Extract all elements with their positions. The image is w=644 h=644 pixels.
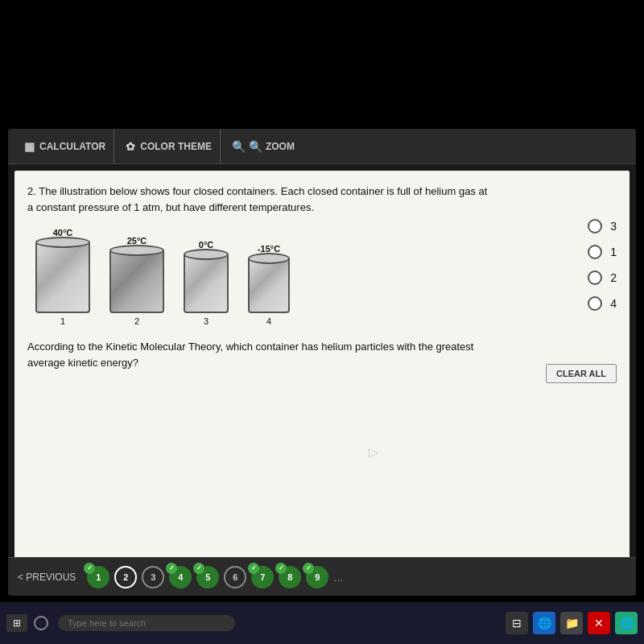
container-2-num: 2 — [134, 316, 139, 326]
cylinder-1 — [35, 241, 90, 313]
cylinder-3-top — [184, 249, 229, 260]
calculator-icon: ▦ — [24, 140, 35, 153]
radio-3[interactable] — [588, 219, 602, 233]
containers-row: 40°C 1 25°C 2 0°C — [35, 228, 617, 326]
nav-question-1[interactable]: ✓ 1 — [87, 566, 109, 588]
nav-check-4: ✓ — [166, 563, 177, 574]
screen: ▦ CALCULATOR ✿ COLOR THEME 🔍 🔍 ZOOM 2. T… — [8, 129, 636, 596]
color-theme-button[interactable]: ✿ COLOR THEME — [118, 129, 221, 163]
zoom-in-icon[interactable]: 🔍 — [249, 140, 262, 153]
taskbar-system-icons: ⊟ 🌐 📁 ✕ 🌐 — [506, 612, 638, 634]
nav-question-5[interactable]: ✓ 5 — [196, 566, 219, 588]
container-4: -15°C 4 — [248, 244, 290, 326]
answer-option-2[interactable]: 2 — [588, 270, 617, 285]
radio-2[interactable] — [588, 270, 602, 285]
zoom-label: ZOOM — [266, 141, 295, 152]
calculator-button[interactable]: ▦ CALCULATOR — [16, 129, 114, 163]
cylinder-4-top — [248, 253, 290, 264]
nav-question-4[interactable]: ✓ 4 — [169, 566, 192, 588]
container-1-num: 1 — [60, 316, 65, 326]
zoom-section: 🔍 🔍 ZOOM — [224, 135, 303, 158]
nav-check-5: ✓ — [193, 563, 204, 574]
question-text: 2. The illustration below shows four clo… — [27, 184, 494, 215]
answer-3-label: 3 — [610, 220, 617, 233]
nav-q-1-num: 1 — [96, 572, 101, 582]
calculator-label: CALCULATOR — [39, 141, 105, 152]
clear-all-button[interactable]: CLEAR ALL — [546, 364, 617, 383]
taskbar-icon-1[interactable]: ⊟ — [506, 612, 528, 634]
content-area: 2. The illustration below shows four clo… — [14, 171, 630, 589]
nav-ellipsis: ... — [333, 571, 343, 584]
nav-q-5-num: 5 — [205, 572, 210, 582]
previous-label: < PREVIOUS — [18, 572, 76, 583]
taskbar-search-input[interactable] — [58, 615, 235, 631]
nav-question-3[interactable]: 3 — [142, 566, 164, 588]
windows-start-button[interactable]: ⊞ — [6, 614, 27, 632]
zoom-out-icon[interactable]: 🔍 — [232, 140, 246, 153]
color-theme-label: COLOR THEME — [140, 141, 212, 152]
cursor-arrow: ▷ — [369, 444, 378, 460]
nav-q-8-num: 8 — [287, 572, 292, 582]
radio-1[interactable] — [588, 245, 602, 259]
color-theme-icon: ✿ — [126, 140, 135, 153]
cylinder-1-top — [35, 237, 90, 248]
toolbar: ▦ CALCULATOR ✿ COLOR THEME 🔍 🔍 ZOOM — [8, 129, 636, 164]
answer-2-label: 2 — [610, 271, 617, 284]
container-2: 25°C 2 — [109, 236, 164, 326]
cylinder-3 — [184, 253, 229, 313]
nav-check-9: ✓ — [303, 563, 314, 574]
nav-q-6-num: 6 — [233, 572, 237, 582]
bottom-question-text: According to the Kinetic Molecular Theor… — [27, 341, 473, 369]
nav-question-7[interactable]: ✓ 7 — [251, 566, 274, 588]
question-number: 2. — [27, 185, 39, 197]
cylinder-4 — [248, 257, 290, 313]
answer-options: 3 1 2 4 — [588, 219, 617, 311]
nav-check-1: ✓ — [84, 563, 95, 574]
container-4-num: 4 — [266, 316, 271, 326]
cylinder-2 — [109, 249, 164, 313]
container-1: 40°C 1 — [35, 228, 90, 326]
answer-option-4[interactable]: 4 — [588, 296, 617, 311]
cylinder-2-top — [109, 245, 164, 256]
nav-check-7: ✓ — [248, 563, 259, 574]
bottom-question: According to the Kinetic Molecular Theor… — [27, 339, 478, 370]
nav-q-9-num: 9 — [315, 572, 320, 582]
taskbar: ⊞ ⊟ 🌐 📁 ✕ 🌐 — [0, 602, 644, 644]
navigation-bar: < PREVIOUS ✓ 1 2 3 ✓ 4 ✓ 5 6 — [8, 557, 636, 596]
taskbar-icon-3[interactable]: 📁 — [560, 612, 583, 634]
taskbar-icon-5[interactable]: 🌐 — [615, 612, 638, 634]
answer-4-label: 4 — [610, 297, 617, 310]
nav-question-2[interactable]: 2 — [114, 566, 137, 588]
taskbar-search-icon — [34, 616, 48, 630]
nav-q-4-num: 4 — [178, 572, 183, 582]
container-3: 0°C 3 — [184, 240, 229, 326]
container-3-num: 3 — [204, 316, 208, 326]
answer-option-3[interactable]: 3 — [588, 219, 617, 233]
answer-option-1[interactable]: 1 — [588, 245, 617, 259]
nav-question-8[interactable]: ✓ 8 — [279, 566, 301, 588]
nav-question-9[interactable]: ✓ 9 — [306, 566, 328, 588]
nav-q-7-num: 7 — [260, 572, 265, 582]
radio-4[interactable] — [588, 296, 602, 311]
taskbar-icon-2[interactable]: 🌐 — [533, 612, 555, 634]
nav-q-3-num: 3 — [151, 572, 155, 582]
taskbar-icon-4[interactable]: ✕ — [588, 612, 610, 634]
nav-q-2-num: 2 — [123, 572, 128, 582]
question-body: The illustration below shows four closed… — [27, 185, 487, 213]
previous-button[interactable]: < PREVIOUS — [18, 572, 76, 583]
nav-question-6[interactable]: 6 — [224, 566, 246, 588]
nav-check-8: ✓ — [275, 563, 287, 574]
answer-1-label: 1 — [610, 246, 617, 258]
